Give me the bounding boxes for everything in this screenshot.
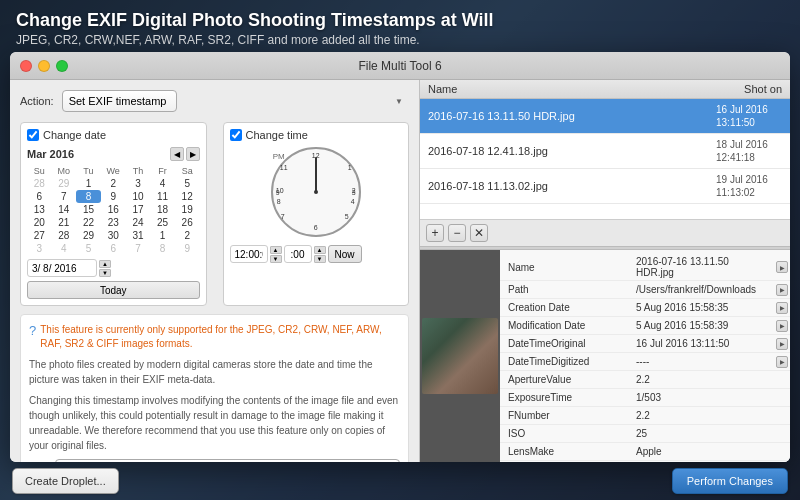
detail-value: 25: [630, 426, 774, 441]
cal-day[interactable]: 21: [52, 216, 77, 229]
add-file-button[interactable]: +: [426, 224, 444, 242]
cal-next-btn[interactable]: ▶: [186, 147, 200, 161]
detail-row: Modification Date5 Aug 2016 15:58:39: [500, 317, 790, 335]
today-button[interactable]: Today: [27, 281, 200, 299]
header-name: Name: [428, 83, 457, 95]
seconds-step-up[interactable]: ▲: [314, 246, 326, 254]
cal-header-mo: Mo: [52, 165, 77, 177]
cal-day[interactable]: 12: [175, 190, 200, 203]
detail-row: FNumber2.2: [500, 407, 790, 425]
detail-action-btn[interactable]: [776, 261, 788, 273]
cal-day[interactable]: 11: [150, 190, 175, 203]
calendar-header: Mar 2016 ◀ ▶: [27, 147, 200, 161]
now-button[interactable]: Now: [328, 245, 362, 263]
detail-value: Apple: [630, 444, 774, 459]
cal-day[interactable]: 8: [76, 190, 101, 203]
perform-changes-button[interactable]: Perform Changes: [672, 468, 788, 494]
cal-day[interactable]: 1: [76, 177, 101, 190]
cal-day[interactable]: 3: [27, 242, 52, 255]
time-step-down[interactable]: ▼: [270, 255, 282, 263]
cal-day[interactable]: 23: [101, 216, 126, 229]
time-input[interactable]: [230, 245, 268, 263]
cal-day[interactable]: 24: [126, 216, 151, 229]
cal-day[interactable]: 29: [52, 177, 77, 190]
cal-day[interactable]: 4: [52, 242, 77, 255]
cn-10: 10: [276, 187, 284, 194]
cal-day[interactable]: 28: [27, 177, 52, 190]
file-row-2[interactable]: 2016-07-18 12.41.18.jpg 18 Jul 2016 12:4…: [420, 134, 790, 169]
file-row-3[interactable]: 2016-07-18 11.13.02.jpg 19 Jul 2016 11:1…: [420, 169, 790, 204]
date-step-down[interactable]: ▼: [99, 269, 111, 277]
cal-day[interactable]: 2: [101, 177, 126, 190]
detail-action-btn[interactable]: [776, 302, 788, 314]
create-droplet-button[interactable]: Create Droplet...: [12, 468, 119, 494]
detail-action-btn[interactable]: [776, 338, 788, 350]
cal-day[interactable]: 7: [126, 242, 151, 255]
cal-day[interactable]: 30: [101, 229, 126, 242]
action-select-wrapper: Set EXIF timestamp Set file timestamp Se…: [62, 90, 409, 112]
cal-day[interactable]: 5: [76, 242, 101, 255]
detail-action: [774, 261, 790, 273]
detail-row: Path/Users/frankrelf/Downloads: [500, 281, 790, 299]
detail-value: 5 Aug 2016 15:58:35: [630, 300, 774, 315]
cal-day[interactable]: 4: [150, 177, 175, 190]
cal-day[interactable]: 3: [126, 177, 151, 190]
cal-day[interactable]: 7: [52, 190, 77, 203]
file-name-2: 2016-07-18 12.41.18.jpg: [420, 134, 710, 168]
change-date-panel: Change date Mar 2016 ◀ ▶: [20, 122, 207, 306]
cal-day[interactable]: 29: [76, 229, 101, 242]
file-row-1[interactable]: 2016-07-16 13.11.50 HDR.jpg 16 Jul 2016 …: [420, 99, 790, 134]
cal-day[interactable]: 10: [126, 190, 151, 203]
cal-day[interactable]: 20: [27, 216, 52, 229]
cal-day[interactable]: 28: [52, 229, 77, 242]
seconds-input[interactable]: [284, 245, 312, 263]
cal-day[interactable]: 1: [150, 229, 175, 242]
date-step-up[interactable]: ▲: [99, 260, 111, 268]
detail-action: [774, 338, 790, 350]
file-name-1: 2016-07-16 13.11.50 HDR.jpg: [420, 99, 710, 133]
detail-key: Modification Date: [500, 318, 630, 333]
cal-day[interactable]: 9: [175, 242, 200, 255]
cal-day[interactable]: 15: [76, 203, 101, 216]
cal-day[interactable]: 14: [52, 203, 77, 216]
cal-day[interactable]: 26: [175, 216, 200, 229]
cal-day[interactable]: 6: [27, 190, 52, 203]
cal-prev-btn[interactable]: ◀: [170, 147, 184, 161]
cal-day[interactable]: 27: [27, 229, 52, 242]
window-title: File Multi Tool 6: [20, 59, 780, 73]
detail-action-btn[interactable]: [776, 356, 788, 368]
cal-day[interactable]: 5: [175, 177, 200, 190]
cal-day[interactable]: 13: [27, 203, 52, 216]
date-input-row: ▲ ▼: [27, 259, 200, 277]
detail-action-btn[interactable]: [776, 284, 788, 296]
cal-header-sa: Sa: [175, 165, 200, 177]
cal-day[interactable]: 8: [150, 242, 175, 255]
cal-day[interactable]: 16: [101, 203, 126, 216]
info-desc2: Changing this timestamp involves modifyi…: [29, 393, 400, 453]
detail-action-btn[interactable]: [776, 320, 788, 332]
detail-row: ExposureTime1/503: [500, 389, 790, 407]
cal-day[interactable]: 22: [76, 216, 101, 229]
cal-day[interactable]: 9: [101, 190, 126, 203]
seconds-step-down[interactable]: ▼: [314, 255, 326, 263]
cal-day[interactable]: 2: [175, 229, 200, 242]
date-input[interactable]: [27, 259, 97, 277]
detail-key: Name: [500, 260, 630, 275]
close-file-button[interactable]: ✕: [470, 224, 488, 242]
cal-day[interactable]: 25: [150, 216, 175, 229]
file-list-toolbar: + − ✕: [420, 219, 790, 246]
remove-file-button[interactable]: −: [448, 224, 466, 242]
cal-day[interactable]: 18: [150, 203, 175, 216]
cal-day[interactable]: 19: [175, 203, 200, 216]
clock-container: 12 1 2 3 4 5 6 7 8 9 10 11: [230, 147, 403, 243]
change-date-checkbox[interactable]: [27, 129, 39, 141]
change-date-label[interactable]: Change date: [27, 129, 200, 141]
change-time-checkbox[interactable]: [230, 129, 242, 141]
time-step-up[interactable]: ▲: [270, 246, 282, 254]
cal-day[interactable]: 6: [101, 242, 126, 255]
change-time-label[interactable]: Change time: [230, 129, 403, 141]
detail-action: [774, 284, 790, 296]
action-select[interactable]: Set EXIF timestamp Set file timestamp Se…: [62, 90, 177, 112]
cal-day[interactable]: 31: [126, 229, 151, 242]
cal-day[interactable]: 17: [126, 203, 151, 216]
